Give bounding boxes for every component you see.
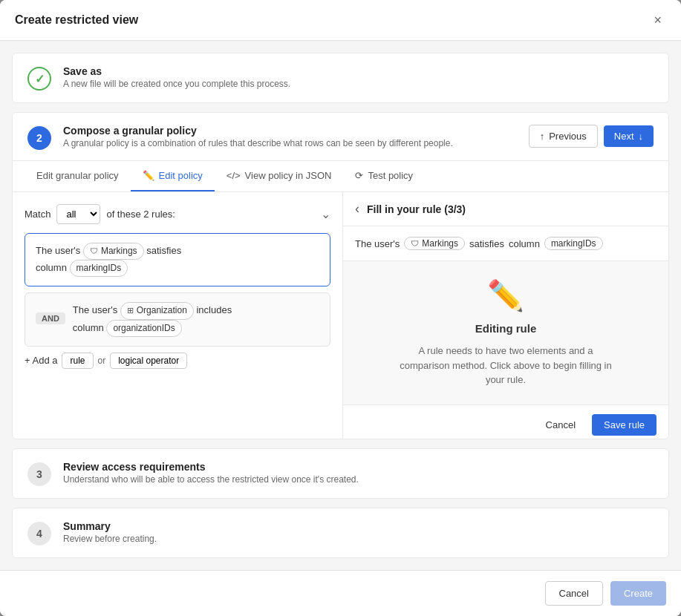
fill-title: Fill in your rule (3/3) <box>367 203 466 215</box>
rule2-field-label: Organization <box>137 304 187 318</box>
step2-number: 2 <box>27 126 51 150</box>
fill-cancel-button[interactable]: Cancel <box>537 414 584 436</box>
previous-button[interactable]: ↑ Previous <box>529 125 598 148</box>
logical-operator-tag[interactable]: logical operator <box>110 353 187 369</box>
back-button[interactable]: ‹ <box>355 201 359 217</box>
previous-label: Previous <box>549 131 587 142</box>
step3-content: Review access requirements Understand wh… <box>63 461 654 485</box>
step2-desc: A granular policy is a combination of ru… <box>63 138 517 148</box>
fill-field-label: Markings <box>422 238 458 249</box>
fill-footer: Cancel Save rule <box>343 404 668 439</box>
policy-body: Match all any of these 2 rules: ⌄ The u <box>13 192 668 439</box>
rule2-text: The user's ⊞ Organization includes <box>73 302 319 336</box>
match-label: Match <box>25 209 50 220</box>
pencil-tab-icon: ✏️ <box>143 170 154 181</box>
rule1-field-label: Markings <box>101 244 137 258</box>
step1-title: Save as <box>63 65 654 77</box>
add-row: + Add a rule or logical operator <box>25 353 330 369</box>
rule2-column-tag[interactable]: organizationIDs <box>106 320 181 337</box>
add-button[interactable]: + Add a <box>25 355 57 366</box>
fill-rule-preview: The user's 🛡 Markings satisfies column m… <box>343 226 668 261</box>
tab-edit-granular-policy-label: Edit granular policy <box>36 170 119 181</box>
rule2-column-value: organizationIDs <box>113 321 175 335</box>
rule1-users-label: The user's <box>36 245 80 256</box>
rule1-condition: satisfies <box>146 245 181 256</box>
rule1-item[interactable]: The user's 🛡 Markings satisfies column <box>25 233 330 286</box>
rule1-field-tag[interactable]: 🛡 Markings <box>83 243 144 260</box>
step1-card: ✓ Save as A new file will be created onc… <box>12 53 669 103</box>
rule2-column-label: column <box>73 322 104 333</box>
tab-edit-granular-policy[interactable]: Edit granular policy <box>25 161 131 191</box>
rule1-column-label: column <box>36 262 67 273</box>
step1-content: Save as A new file will be created once … <box>63 65 654 89</box>
tab-view-json[interactable]: </> View policy in JSON <box>215 161 344 191</box>
next-label: Next <box>614 131 634 142</box>
rule2-item[interactable]: AND The user's ⊞ Organization <box>25 292 330 346</box>
fill-users-label: The user's <box>355 238 400 249</box>
rules-panel: Match all any of these 2 rules: ⌄ The u <box>13 192 343 439</box>
step2-content: Compose a granular policy A granular pol… <box>63 125 517 148</box>
fill-shield-icon: 🛡 <box>411 239 419 248</box>
step3-number: 3 <box>27 462 51 486</box>
rule2-condition: includes <box>196 304 232 315</box>
step3-desc: Understand who will be able to access th… <box>63 474 654 485</box>
step4-number: 4 <box>27 522 51 545</box>
match-select[interactable]: all any <box>56 204 100 224</box>
shield-icon: 🛡 <box>90 245 98 258</box>
step3-card: 3 Review access requirements Understand … <box>12 448 669 499</box>
modal-body: ✓ Save as A new file will be created onc… <box>0 41 681 570</box>
tab-edit-policy-label: Edit policy <box>159 170 203 181</box>
grid-icon: ⊞ <box>127 304 134 318</box>
fill-column-value: markingIDs <box>551 238 596 249</box>
arrow-down-icon: ↓ <box>639 131 644 142</box>
step4-title: Summary <box>63 520 654 532</box>
close-button[interactable]: × <box>649 12 666 28</box>
expand-button[interactable]: ⌄ <box>321 207 330 221</box>
tab-edit-policy[interactable]: ✏️ Edit policy <box>131 161 215 191</box>
step1-desc: A new file will be created once you comp… <box>63 79 654 89</box>
step1-check-icon: ✓ <box>27 67 51 91</box>
step2-card: 2 Compose a granular policy A granular p… <box>12 112 669 439</box>
editing-title: Editing rule <box>475 322 537 335</box>
fill-field-tag[interactable]: 🛡 Markings <box>404 237 465 250</box>
fill-body: ✏️ Editing rule A rule needs to have two… <box>343 261 668 404</box>
fill-panel: ‹ Fill in your rule (3/3) The user's 🛡 M… <box>343 192 668 439</box>
fill-condition: satisfies <box>469 238 504 249</box>
editing-pencil-icon: ✏️ <box>487 278 524 313</box>
tab-test-policy[interactable]: ⟳ Test policy <box>343 161 425 191</box>
footer-cancel-button[interactable]: Cancel <box>545 581 603 606</box>
tab-test-policy-label: Test policy <box>368 170 413 181</box>
step4-card: 4 Summary Review before creating. <box>12 508 669 558</box>
match-rules-text: of these 2 rules: <box>106 209 175 220</box>
arrow-up-icon: ↑ <box>540 131 545 142</box>
step4-desc: Review before creating. <box>63 534 654 544</box>
rule1-column-tag[interactable]: markingIDs <box>70 260 128 277</box>
step2-header: 2 Compose a granular policy A granular p… <box>13 113 668 161</box>
modal-footer: Cancel Create <box>0 570 681 616</box>
modal-header: Create restricted view × <box>0 0 681 41</box>
next-button[interactable]: Next ↓ <box>604 125 654 147</box>
rule-tag[interactable]: rule <box>62 353 93 369</box>
save-rule-button[interactable]: Save rule <box>592 414 656 436</box>
create-restricted-view-modal: Create restricted view × ✓ Save as A new… <box>0 0 681 616</box>
test-tab-icon: ⟳ <box>355 170 363 181</box>
or-label: or <box>98 355 106 366</box>
step2-actions: ↑ Previous Next ↓ <box>529 125 654 148</box>
fill-column-label: column <box>509 238 540 249</box>
match-bar: Match all any of these 2 rules: ⌄ <box>25 204 330 224</box>
tab-view-json-label: View policy in JSON <box>245 170 332 181</box>
rule1-text: The user's 🛡 Markings satisfies column <box>36 243 319 277</box>
fill-column-tag[interactable]: markingIDs <box>544 237 603 250</box>
editing-desc: A rule needs to have two elements and a … <box>394 344 617 387</box>
fill-header: ‹ Fill in your rule (3/3) <box>343 192 668 226</box>
and-badge: AND <box>36 312 65 324</box>
step2-title: Compose a granular policy <box>63 125 517 137</box>
footer-create-button[interactable]: Create <box>610 581 666 606</box>
step4-content: Summary Review before creating. <box>63 520 654 544</box>
policy-tabs: Edit granular policy ✏️ Edit policy </> … <box>13 161 668 192</box>
step3-title: Review access requirements <box>63 461 654 473</box>
rule2-field-tag[interactable]: ⊞ Organization <box>120 302 194 319</box>
add-label: Add a <box>33 355 58 366</box>
rule1-column-value: markingIDs <box>76 261 122 275</box>
rule2-content: The user's ⊞ Organization includes <box>73 302 319 336</box>
